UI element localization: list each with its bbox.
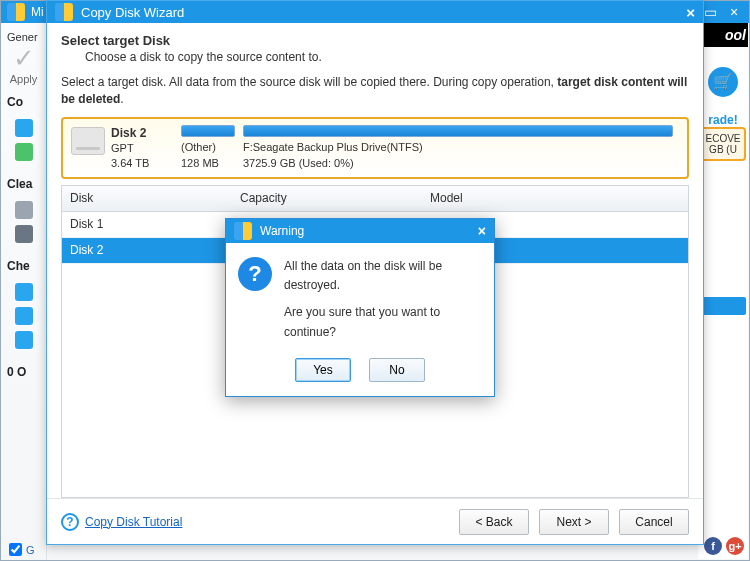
partition-2-label: F:Seagate Backup Plus Drive(NTFS) <box>243 141 679 153</box>
selected-disk-card: Disk 2 GPT 3.64 TB (Other) 128 MB F:Seag… <box>61 117 689 179</box>
tool-icon-2[interactable] <box>15 143 33 161</box>
left-toolstrip: Gener ✓ Apply Co Clea Che 0 O <box>1 23 47 560</box>
warning-title: Warning <box>260 224 304 238</box>
section-subheading: Choose a disk to copy the source content… <box>61 50 689 74</box>
card-disk-size: 3.64 TB <box>111 156 149 171</box>
yes-button[interactable]: Yes <box>295 358 351 382</box>
card-disk-scheme: GPT <box>111 141 149 156</box>
partition-1-label: (Other) <box>181 141 235 153</box>
td-disk: Disk 2 <box>62 243 232 257</box>
upgrade-label[interactable]: rade! <box>698 113 748 127</box>
brand-fragment: ool <box>698 23 748 47</box>
instr-a: Select a target disk. All data from the … <box>61 75 557 89</box>
no-button[interactable]: No <box>369 358 425 382</box>
th-capacity[interactable]: Capacity <box>232 191 422 205</box>
tab-general[interactable]: Gener <box>5 31 42 43</box>
partition-2-size: 3725.9 GB (Used: 0%) <box>243 157 679 169</box>
section-zero-o: 0 O <box>5 355 42 383</box>
disk-icon <box>71 127 105 155</box>
card-disk-name: Disk 2 <box>111 125 149 141</box>
warning-dialog: Warning × ? All the data on the disk wil… <box>225 218 495 397</box>
parent-title: Mi <box>31 5 44 19</box>
wizard-close-button[interactable]: × <box>686 4 695 21</box>
globe-icon[interactable] <box>15 201 33 219</box>
help-icon: ? <box>61 513 79 531</box>
instruction-text: Select a target disk. All data from the … <box>61 74 689 117</box>
recovery-box[interactable]: ECOVE GB (U <box>700 127 746 161</box>
instr-c: . <box>120 92 123 106</box>
googleplus-icon[interactable]: g+ <box>726 537 744 555</box>
cart-icon[interactable]: 🛒 <box>708 67 738 97</box>
wizard-titlebar: Copy Disk Wizard × <box>47 1 703 23</box>
warning-close-button[interactable]: × <box>478 223 486 239</box>
tutorial-link[interactable]: Copy Disk Tutorial <box>85 515 182 529</box>
right-strip: ool 🛒 rade! ECOVE GB (U f g+ <box>698 23 748 559</box>
tool-icon-1[interactable] <box>15 119 33 137</box>
td-disk: Disk 1 <box>62 217 232 231</box>
section-heading: Select target Disk <box>61 33 689 50</box>
th-model[interactable]: Model <box>422 191 688 205</box>
partition-bar-2 <box>243 125 673 137</box>
tool-icon-3[interactable] <box>15 283 33 301</box>
cancel-button[interactable]: Cancel <box>619 509 689 535</box>
recov-line1: ECOVE <box>704 133 742 144</box>
wizard-footer: ? Copy Disk Tutorial < Back Next > Cance… <box>47 498 703 544</box>
trash-icon[interactable] <box>15 225 33 243</box>
warning-line-2: Are you sure that you want to continue? <box>284 303 482 341</box>
warning-text: All the data on the disk will be destroy… <box>284 257 482 342</box>
status-text: G <box>26 544 35 556</box>
wizard-logo-icon <box>55 3 73 21</box>
app-logo-icon <box>7 3 25 21</box>
section-che: Che <box>5 249 42 277</box>
warning-logo-icon <box>234 222 252 240</box>
th-disk[interactable]: Disk <box>62 191 232 205</box>
table-header: Disk Capacity Model <box>62 186 688 212</box>
next-button[interactable]: Next > <box>539 509 609 535</box>
status-checkbox[interactable] <box>9 543 22 556</box>
partition-bar-1 <box>181 125 235 137</box>
tool-icon-5[interactable] <box>15 331 33 349</box>
status-bar: G <box>9 543 35 556</box>
section-co: Co <box>5 85 42 113</box>
facebook-icon[interactable]: f <box>704 537 722 555</box>
tool-icon-4[interactable] <box>15 307 33 325</box>
tutorial-link-wrap: ? Copy Disk Tutorial <box>61 513 182 531</box>
warning-titlebar: Warning × <box>226 219 494 243</box>
question-icon: ? <box>238 257 272 291</box>
back-button[interactable]: < Back <box>459 509 529 535</box>
section-clea: Clea <box>5 167 42 195</box>
wizard-title: Copy Disk Wizard <box>81 5 184 20</box>
apply-label[interactable]: Apply <box>5 73 42 85</box>
checkmark-icon: ✓ <box>11 47 37 73</box>
warning-line-1: All the data on the disk will be destroy… <box>284 257 482 295</box>
recov-line2: GB (U <box>704 144 742 155</box>
partition-1-size: 128 MB <box>181 157 235 169</box>
blue-action-box[interactable] <box>700 297 746 315</box>
parent-close-button[interactable]: × <box>725 4 743 20</box>
